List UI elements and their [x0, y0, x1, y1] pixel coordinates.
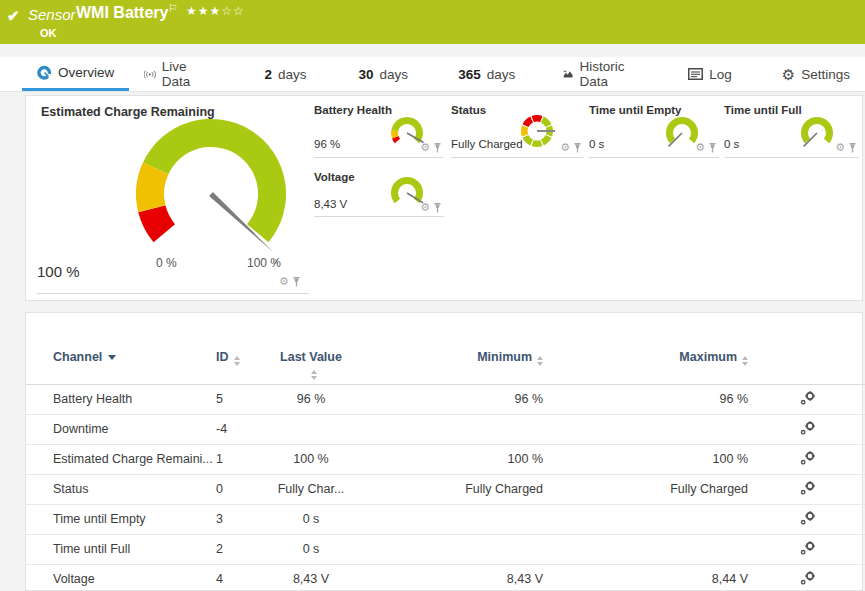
gauge-cell-time-until-empty: Time until Empty 0 s ⚙ — [589, 101, 719, 158]
channel-settings-icon[interactable] — [800, 571, 816, 585]
channel-name: Voltage — [26, 564, 216, 591]
time-until-full-gauge[interactable] — [797, 114, 837, 150]
channel-id: 0 — [216, 474, 276, 504]
minimum-value: 96 % — [346, 384, 548, 414]
broadcast-icon — [144, 68, 156, 81]
minimum-value: 8,43 V — [346, 564, 548, 591]
area-chart-icon — [563, 68, 573, 80]
channel-settings-icon[interactable] — [800, 481, 816, 495]
column-label: Channel — [53, 350, 102, 364]
last-value: 0 s — [276, 534, 346, 564]
priority-stars[interactable]: ★★★☆☆ — [186, 4, 245, 18]
maximum-value — [548, 504, 753, 534]
table-row: Downtime -4 — [26, 414, 865, 444]
sensor-title: WMI Battery — [76, 4, 168, 22]
sort-icon[interactable] — [234, 356, 240, 366]
channel-id: 3 — [216, 504, 276, 534]
column-header-id[interactable]: ID — [216, 313, 276, 384]
status-badge: OK — [40, 27, 57, 39]
pin-icon[interactable] — [708, 143, 717, 153]
gauge-cell-battery-health: Battery Health 96 % ⚙ — [314, 101, 444, 158]
gauge-actions: ⚙ — [420, 202, 442, 213]
maximum-value: 8,44 V — [548, 564, 753, 591]
sort-icon[interactable] — [537, 356, 543, 366]
table-row: Voltage 4 8,43 V 8,43 V 8,44 V — [26, 564, 865, 591]
gauge-cell-voltage: Voltage 8,43 V ⚙ — [314, 168, 444, 217]
channel-name: Estimated Charge Remaini... — [26, 444, 216, 474]
pin-icon[interactable] — [433, 143, 442, 153]
gauge-value: 100 % — [37, 263, 80, 280]
channel-name: Battery Health — [26, 384, 216, 414]
channel-settings-icon[interactable] — [800, 511, 816, 525]
gear-icon[interactable]: ⚙ — [835, 142, 845, 153]
table-header-row: Channel ID Last Value Minimum Maximum — [26, 313, 865, 384]
channel-settings-icon[interactable] — [800, 541, 816, 555]
divider — [37, 293, 309, 294]
pin-icon[interactable] — [848, 143, 857, 153]
sort-icon[interactable] — [311, 370, 317, 380]
tab-label: days — [487, 67, 516, 82]
channel-name: Time until Empty — [26, 504, 216, 534]
column-header-minimum[interactable]: Minimum — [346, 313, 548, 384]
channel-settings-icon[interactable] — [800, 451, 816, 465]
gauge-scale-max: 100 % — [247, 256, 281, 270]
channel-id: 1 — [216, 444, 276, 474]
gear-icon[interactable]: ⚙ — [420, 142, 430, 153]
minimum-value — [346, 414, 548, 444]
ok-check-icon: ✔ — [7, 7, 20, 25]
gauges-panel: Estimated Charge Remaining x 0 % 100 % 1… — [25, 95, 863, 301]
tab-live-data[interactable]: Live Data — [129, 57, 215, 91]
gauge-title: Status — [451, 104, 486, 116]
channel-settings-icon[interactable] — [800, 421, 816, 435]
table-row: Estimated Charge Remaini... 1 100 % 100 … — [26, 444, 865, 474]
minimum-value — [346, 534, 548, 564]
gauge-title: Battery Health — [314, 104, 392, 116]
tab-bar: Overview Live Data 2 days 30 days 365 da… — [0, 57, 865, 92]
estimated-charge-gauge[interactable]: x — [111, 106, 311, 276]
last-value: Fully Char... — [276, 474, 346, 504]
last-value — [276, 414, 346, 444]
pin-icon[interactable] — [573, 143, 582, 153]
channel-id: 2 — [216, 534, 276, 564]
tab-30-days[interactable]: 30 days — [344, 57, 424, 91]
minimum-value: 100 % — [346, 444, 548, 474]
tab-overview[interactable]: Overview — [22, 57, 129, 91]
sensor-kind-label: Sensor — [28, 6, 76, 23]
column-header-maximum[interactable]: Maximum — [548, 313, 753, 384]
channel-name: Downtime — [26, 414, 216, 444]
gear-icon[interactable]: ⚙ — [420, 202, 430, 213]
channel-name: Time until Full — [26, 534, 216, 564]
column-label: Minimum — [477, 350, 532, 364]
maximum-value: 100 % — [548, 444, 753, 474]
last-value: 100 % — [276, 444, 346, 474]
last-value: 0 s — [276, 504, 346, 534]
chevron-down-icon — [108, 355, 116, 360]
pin-icon[interactable] — [433, 203, 442, 213]
gear-icon: ⚙ — [782, 67, 795, 82]
tab-2-days[interactable]: 2 days — [250, 57, 322, 91]
gauge-actions: ⚙ — [695, 142, 717, 153]
minimum-value — [346, 504, 548, 534]
gear-icon[interactable]: ⚙ — [279, 276, 289, 287]
column-header-channel[interactable]: Channel — [26, 313, 216, 384]
gear-icon[interactable]: ⚙ — [695, 142, 705, 153]
tab-label: days — [278, 67, 307, 82]
sort-icon[interactable] — [742, 356, 748, 366]
table-row: Status 0 Fully Char... Fully Charged Ful… — [26, 474, 865, 504]
channel-name: Status — [26, 474, 216, 504]
tab-label: Log — [709, 67, 732, 82]
maximum-value — [548, 414, 753, 444]
tab-log[interactable]: Log — [673, 57, 747, 91]
gear-icon[interactable]: ⚙ — [560, 142, 570, 153]
column-header-last-value[interactable]: Last Value — [276, 313, 346, 384]
tab-historic-data[interactable]: Historic Data — [548, 57, 647, 91]
channel-id: 5 — [216, 384, 276, 414]
tab-label: Historic Data — [579, 59, 632, 89]
tab-365-days[interactable]: 365 days — [443, 57, 530, 91]
channel-table-panel: Channel ID Last Value Minimum Maximum Ba… — [25, 312, 863, 591]
channel-settings-icon[interactable] — [800, 391, 816, 405]
stars-empty: ☆☆ — [221, 4, 245, 18]
tab-settings[interactable]: ⚙ Settings — [767, 57, 865, 91]
pin-icon[interactable] — [292, 277, 301, 287]
table-row: Battery Health 5 96 % 96 % 96 % — [26, 384, 865, 414]
